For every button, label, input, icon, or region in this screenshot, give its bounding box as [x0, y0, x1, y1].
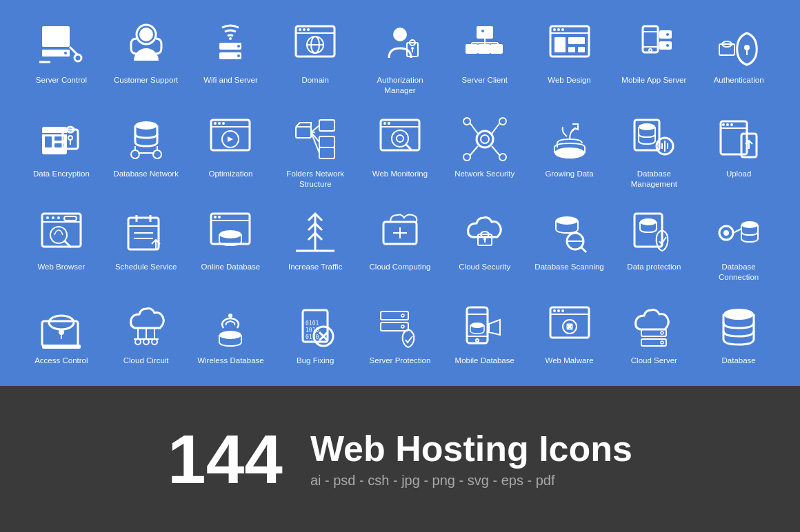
svg-line-89: [406, 144, 411, 150]
icon-item-online-database: Online Database: [190, 201, 272, 288]
server-control-label: Server Control: [36, 75, 87, 85]
mobile-database-icon: [457, 300, 512, 352]
server-control-icon: [34, 20, 89, 72]
data-protection-icon: [626, 207, 681, 258]
product-title: Web Hosting Icons: [310, 429, 632, 469]
svg-point-76: [222, 122, 225, 125]
svg-rect-192: [641, 339, 666, 346]
schedule-service-icon: [119, 207, 174, 258]
icon-item-folders-network: Folders Network Structure: [274, 108, 356, 195]
svg-line-83: [311, 132, 319, 153]
mobile-app-server-icon: [626, 20, 681, 72]
icon-item-cloud-circuit: Cloud Circuit: [106, 295, 187, 371]
svg-rect-92: [477, 131, 493, 147]
svg-rect-93: [481, 135, 489, 143]
svg-point-163: [152, 339, 157, 345]
icon-item-wifi-server: Wifi and Server: [190, 14, 272, 101]
svg-rect-39: [568, 47, 575, 52]
svg-line-98: [470, 123, 478, 134]
icon-item-cloud-security: Cloud Security: [444, 201, 526, 288]
icon-item-cloud-server: Cloud Server: [613, 295, 694, 371]
server-protection-icon: [372, 300, 428, 352]
svg-point-195: [723, 309, 754, 320]
optimization-icon: [203, 114, 258, 165]
svg-line-99: [492, 123, 500, 134]
customer-support-label: Customer Support: [114, 75, 178, 85]
growing-data-icon: [542, 114, 597, 165]
icon-item-data-encryption: Data Encryption: [21, 108, 102, 195]
mobile-database-label: Mobile Database: [455, 356, 514, 366]
svg-rect-40: [578, 47, 585, 52]
icon-item-database-network: Database Network: [106, 108, 187, 195]
svg-point-47: [649, 49, 652, 52]
icon-item-network-security: Network Security: [444, 108, 526, 195]
svg-point-41: [553, 28, 556, 31]
icon-item-data-protection: Data protection: [613, 201, 694, 288]
cloud-server-label: Cloud Server: [631, 356, 677, 366]
icon-item-customer-support: Customer Support: [106, 14, 187, 101]
web-design-label: Web Design: [548, 75, 590, 85]
svg-point-186: [561, 309, 564, 312]
database-connection-label: Database Connection: [701, 262, 777, 283]
svg-point-52: [744, 45, 750, 50]
svg-line-151: [733, 229, 741, 233]
icon-item-optimization: Optimization: [190, 108, 272, 195]
svg-point-75: [218, 122, 221, 125]
svg-rect-0: [42, 26, 70, 47]
svg-point-19: [303, 28, 306, 31]
icon-item-web-design: Web Design: [529, 14, 610, 101]
server-client-icon: [457, 20, 512, 72]
svg-rect-48: [659, 30, 672, 39]
svg-point-150: [741, 221, 758, 228]
svg-point-51: [666, 44, 669, 47]
folders-network-icon: [288, 114, 343, 165]
icon-item-web-malware: Web Malware: [529, 295, 610, 371]
icon-item-web-monitoring: Web Monitoring: [359, 108, 441, 195]
customer-support-icon: [119, 20, 174, 72]
svg-point-6: [139, 28, 153, 41]
svg-rect-118: [64, 216, 77, 221]
svg-rect-106: [721, 121, 747, 154]
svg-point-193: [661, 331, 663, 334]
auth-manager-icon: [372, 20, 428, 72]
svg-point-4: [74, 54, 81, 61]
svg-point-74: [214, 122, 217, 125]
svg-text:0101: 0101: [306, 320, 319, 327]
icon-item-auth-manager: Authorization Manager: [359, 14, 441, 101]
database-connection-icon: [711, 207, 766, 258]
svg-point-108: [722, 123, 725, 126]
svg-rect-58: [45, 136, 52, 147]
access-control-label: Access Control: [34, 356, 88, 366]
svg-point-165: [228, 314, 232, 318]
svg-point-194: [661, 341, 663, 344]
server-protection-label: Server Protection: [370, 356, 431, 366]
svg-point-162: [143, 339, 149, 345]
svg-rect-156: [42, 345, 81, 349]
svg-rect-38: [568, 37, 585, 44]
svg-point-12: [229, 37, 232, 40]
wifi-server-label: Wifi and Server: [203, 75, 258, 85]
svg-point-21: [393, 28, 407, 41]
access-control-icon: [34, 300, 89, 352]
svg-rect-77: [296, 127, 311, 138]
svg-point-109: [726, 123, 729, 126]
svg-point-164: [219, 331, 241, 339]
svg-rect-27: [466, 44, 478, 54]
svg-point-176: [401, 325, 404, 328]
svg-point-130: [219, 230, 241, 238]
product-formats: ai - psd - csh - jpg - png - svg - eps -…: [310, 473, 632, 489]
svg-rect-37: [554, 37, 566, 52]
svg-point-116: [52, 216, 54, 219]
svg-point-43: [561, 28, 564, 31]
bug-fixing-icon: 010110100110: [288, 300, 343, 352]
svg-point-95: [499, 118, 506, 125]
cloud-circuit-icon: [119, 300, 174, 352]
svg-rect-80: [319, 147, 334, 158]
icon-item-web-browser: Web Browser: [21, 201, 102, 288]
svg-point-181: [470, 323, 484, 328]
schedule-service-label: Schedule Service: [115, 262, 177, 272]
icon-item-schedule-service: Schedule Service: [106, 201, 187, 288]
icon-item-database-scanning: Database Scanning: [529, 201, 610, 288]
data-encryption-icon: [34, 114, 89, 165]
svg-point-132: [218, 216, 221, 218]
